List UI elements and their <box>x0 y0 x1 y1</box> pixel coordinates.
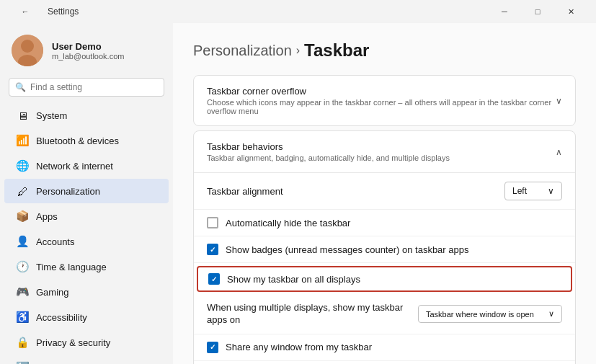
sidebar-item-label-accessibility: Accessibility <box>36 312 87 323</box>
dropdown-chevron-icon: ∨ <box>548 186 554 196</box>
auto-hide-checkbox[interactable] <box>207 217 218 228</box>
personalization-icon: 🖊 <box>16 185 29 197</box>
sidebar-item-windows-update[interactable]: 🔄 Windows Update <box>4 355 169 364</box>
show-badges-label: Show badges (unread messages counter) on… <box>226 244 468 255</box>
title-bar-title: Settings <box>48 6 79 17</box>
user-info: User Demo m_lab@outlook.com <box>52 41 124 61</box>
window-controls: ─ □ ✕ <box>488 0 587 23</box>
windows-update-icon: 🔄 <box>16 361 29 364</box>
taskbar-behaviors-header[interactable]: Taskbar behaviors Taskbar alignment, bad… <box>194 131 575 172</box>
show-badges-row: Show badges (unread messages counter) on… <box>194 236 575 263</box>
app-body: User Demo m_lab@outlook.com 🔍 🖥 System 📶… <box>0 23 596 364</box>
nav-list: 🖥 System 📶 Bluetooth & devices 🌐 Network… <box>0 102 173 364</box>
close-button[interactable]: ✕ <box>554 0 587 23</box>
user-name: User Demo <box>52 41 124 52</box>
sidebar-item-label-accounts: Accounts <box>36 236 74 247</box>
multiple-display-dropdown-chevron-icon: ∨ <box>548 309 554 319</box>
taskbar-corner-overflow-header[interactable]: Taskbar corner overflow Choose which ico… <box>194 76 575 125</box>
user-profile[interactable]: User Demo m_lab@outlook.com <box>0 29 173 78</box>
time-icon: 🕐 <box>16 260 29 273</box>
sidebar-item-label-apps: Apps <box>36 211 58 222</box>
share-window-label: Share any window from my taskbar <box>226 342 372 352</box>
system-icon: 🖥 <box>16 109 29 122</box>
share-window-checkbox[interactable] <box>207 342 218 353</box>
auto-hide-label: Automatically hide the taskbar <box>226 218 350 228</box>
multiple-display-value: Taskbar where window is open <box>426 310 534 319</box>
page-title: Taskbar <box>304 40 369 61</box>
taskbar-alignment-value: Left <box>512 186 527 196</box>
taskbar-corner-overflow-section: Taskbar corner overflow Choose which ico… <box>193 75 576 126</box>
multiple-display-label: When using multiple displays, show my ta… <box>207 302 418 327</box>
search-box[interactable]: 🔍 <box>9 78 164 97</box>
sidebar-item-personalization[interactable]: 🖊 Personalization <box>4 179 169 203</box>
main-content: Personalization › Taskbar Taskbar corner… <box>173 23 596 364</box>
sidebar: User Demo m_lab@outlook.com 🔍 🖥 System 📶… <box>0 23 173 364</box>
taskbar-alignment-row: Taskbar alignment Left ∨ <box>194 173 575 210</box>
sidebar-item-label-bluetooth: Bluetooth & devices <box>36 136 119 146</box>
minimize-button[interactable]: ─ <box>488 0 521 23</box>
breadcrumb-chevron: › <box>296 44 300 57</box>
apps-icon: 📦 <box>16 210 29 223</box>
show-badges-checkbox[interactable] <box>207 244 218 255</box>
search-input[interactable] <box>30 82 158 92</box>
sidebar-item-label-privacy: Privacy & security <box>36 337 110 348</box>
show-all-displays-label: Show my taskbar on all displays <box>227 274 360 285</box>
network-icon: 🌐 <box>16 159 29 172</box>
sidebar-item-label-gaming: Gaming <box>36 287 69 298</box>
taskbar-corner-overflow-title: Taskbar corner overflow <box>207 86 556 97</box>
avatar <box>12 35 43 66</box>
show-all-displays-row: Show my taskbar on all displays <box>197 266 572 292</box>
sidebar-item-label-system: System <box>36 110 67 121</box>
show-desktop-row: Select the far corner of the taskbar to … <box>194 361 575 364</box>
privacy-icon: 🔒 <box>16 336 29 349</box>
accessibility-icon: ♿ <box>16 311 29 324</box>
back-button[interactable]: ← <box>9 0 42 23</box>
title-bar: ← Settings ─ □ ✕ <box>0 0 596 23</box>
taskbar-corner-overflow-subtitle: Choose which icons may appear in the tas… <box>207 98 556 115</box>
sidebar-item-gaming[interactable]: 🎮 Gaming <box>4 280 169 304</box>
sidebar-item-label-network: Network & internet <box>36 161 113 172</box>
taskbar-behaviors-title: Taskbar behaviors <box>207 141 450 152</box>
sidebar-item-apps[interactable]: 📦 Apps <box>4 204 169 228</box>
sidebar-item-privacy[interactable]: 🔒 Privacy & security <box>4 330 169 355</box>
share-window-row: Share any window from my taskbar <box>194 334 575 361</box>
sidebar-item-network[interactable]: 🌐 Network & internet <box>4 154 169 178</box>
sidebar-item-accounts[interactable]: 👤 Accounts <box>4 229 169 254</box>
taskbar-behaviors-section: Taskbar behaviors Taskbar alignment, bad… <box>193 130 576 364</box>
sidebar-item-bluetooth[interactable]: 📶 Bluetooth & devices <box>4 128 169 153</box>
taskbar-behaviors-subtitle: Taskbar alignment, badging, automaticall… <box>207 154 450 162</box>
show-all-displays-checkbox[interactable] <box>208 273 220 285</box>
accounts-icon: 👤 <box>16 235 29 248</box>
breadcrumb-parent: Personalization <box>193 43 292 59</box>
auto-hide-row: Automatically hide the taskbar <box>194 210 575 236</box>
multiple-display-dropdown[interactable]: Taskbar where window is open ∨ <box>418 305 562 323</box>
gaming-icon: 🎮 <box>16 285 29 298</box>
taskbar-alignment-label: Taskbar alignment <box>207 186 283 197</box>
chevron-up-icon: ∧ <box>556 147 562 157</box>
chevron-down-icon: ∨ <box>556 96 562 106</box>
taskbar-alignment-dropdown[interactable]: Left ∨ <box>504 182 562 200</box>
maximize-button[interactable]: □ <box>521 0 554 23</box>
sidebar-item-system[interactable]: 🖥 System <box>4 103 169 128</box>
search-icon: 🔍 <box>15 82 26 92</box>
page-header: Personalization › Taskbar <box>193 40 576 61</box>
sidebar-item-time[interactable]: 🕐 Time & language <box>4 254 169 279</box>
bluetooth-icon: 📶 <box>16 134 29 147</box>
multiple-display-row: When using multiple displays, show my ta… <box>194 295 575 334</box>
sidebar-item-label-personalization: Personalization <box>36 186 100 197</box>
sidebar-item-accessibility[interactable]: ♿ Accessibility <box>4 305 169 329</box>
sidebar-item-label-time: Time & language <box>36 262 107 272</box>
user-email: m_lab@outlook.com <box>52 52 124 61</box>
svg-point-1 <box>21 40 34 53</box>
